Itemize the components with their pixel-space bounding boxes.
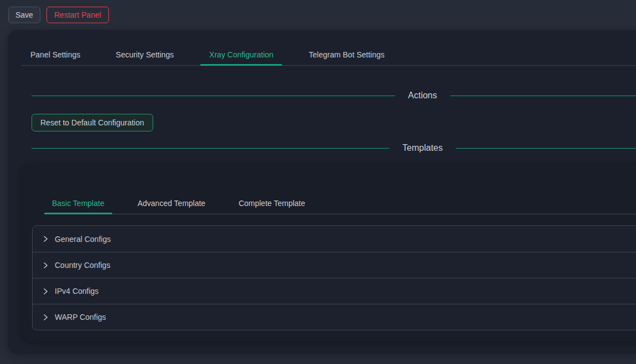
accordion-item-warp-configs[interactable]: WARP Configs — [33, 304, 636, 330]
divider-line — [32, 96, 395, 96]
accordion-item-label: General Configs — [55, 235, 111, 244]
template-tabbar: Basic Template Advanced Template Complet… — [44, 193, 636, 214]
settings-card: Panel Settings Security Settings Xray Co… — [8, 30, 636, 354]
accordion-item-ipv4-configs[interactable]: IPv4 Configs — [33, 278, 636, 304]
actions-section-divider: Actions — [32, 89, 636, 102]
configs-accordion: General Configs Country Configs IPv4 Con… — [32, 225, 636, 330]
tab-basic-template[interactable]: Basic Template — [44, 193, 112, 214]
settings-tabbar: Panel Settings Security Settings Xray Co… — [22, 44, 636, 66]
tab-security-settings[interactable]: Security Settings — [107, 44, 183, 65]
tab-xray-configuration[interactable]: Xray Configuration — [200, 44, 282, 65]
divider-line — [450, 96, 636, 96]
tab-panel-settings[interactable]: Panel Settings — [22, 44, 89, 65]
chevron-right-icon — [42, 235, 49, 242]
divider-line — [32, 148, 389, 149]
accordion-item-label: Country Configs — [55, 261, 110, 270]
accordion-item-country-configs[interactable]: Country Configs — [33, 252, 636, 278]
templates-section-divider: Templates — [32, 142, 636, 154]
restart-panel-button[interactable]: Restart Panel — [46, 7, 109, 23]
chevron-right-icon — [42, 314, 49, 321]
tab-complete-template[interactable]: Complete Template — [231, 193, 312, 214]
top-action-bar: Save Restart Panel — [0, 0, 636, 29]
templates-section-title: Templates — [389, 143, 456, 153]
tab-telegram-bot-settings[interactable]: Telegram Bot Settings — [300, 44, 393, 65]
divider-line — [456, 148, 636, 149]
tab-advanced-template[interactable]: Advanced Template — [130, 193, 213, 214]
actions-section-title: Actions — [395, 91, 450, 101]
chevron-right-icon — [42, 288, 49, 295]
chevron-right-icon — [42, 262, 49, 269]
templates-card: Basic Template Advanced Template Complet… — [20, 165, 636, 341]
accordion-item-label: WARP Configs — [55, 313, 106, 321]
reset-to-default-button[interactable]: Reset to Default Configuration — [32, 114, 153, 131]
accordion-item-label: IPv4 Configs — [55, 287, 98, 296]
save-button[interactable]: Save — [8, 7, 40, 23]
app-screen: Save Restart Panel Panel Settings Securi… — [0, 0, 636, 364]
accordion-item-general-configs[interactable]: General Configs — [33, 226, 636, 252]
